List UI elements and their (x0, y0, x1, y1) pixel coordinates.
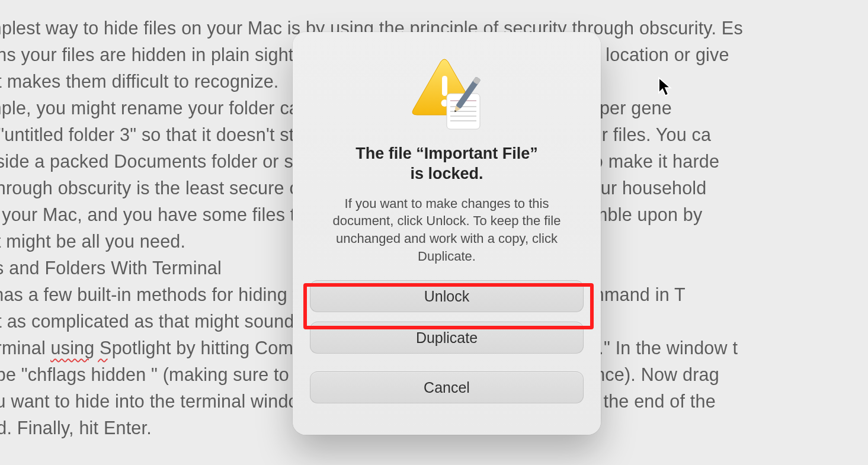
dialog-title-line1: The file “Important File” (355, 144, 538, 164)
dialog-title-line2: is locked. (355, 164, 538, 184)
svg-rect-0 (442, 76, 447, 96)
duplicate-button-label: Duplicate (416, 329, 478, 347)
cancel-button[interactable]: Cancel (310, 371, 584, 403)
dialog-message: If you want to make changes to this docu… (319, 195, 574, 265)
locked-file-dialog: The file “Important File” is locked. If … (293, 32, 601, 435)
unlock-button-label: Unlock (424, 288, 469, 305)
duplicate-button[interactable]: Duplicate (310, 322, 584, 354)
unlock-button[interactable]: Unlock (310, 280, 584, 312)
spellcheck-squiggle: chflags (50, 339, 108, 360)
warning-textedit-icon (405, 58, 488, 132)
dialog-title: The file “Important File” is locked. (355, 144, 538, 184)
cancel-button-label: Cancel (424, 379, 470, 396)
dialog-button-group: Unlock Duplicate (310, 280, 584, 354)
